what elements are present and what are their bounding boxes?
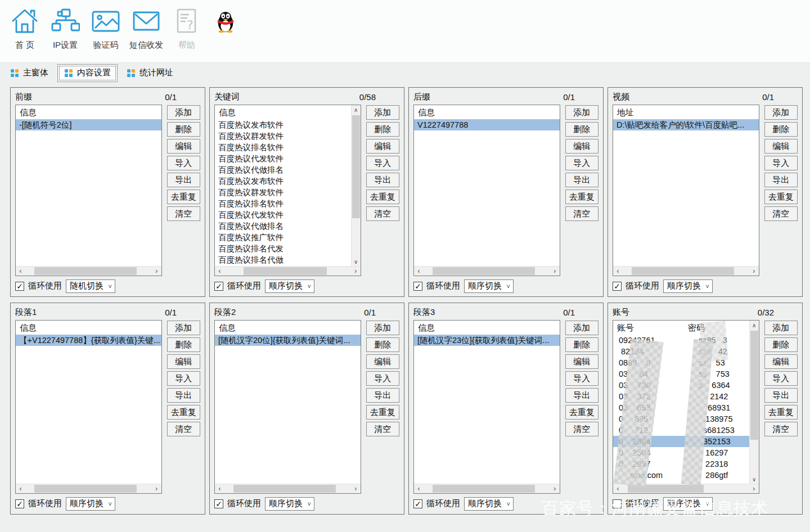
tab-stats-urls[interactable]: 统计网址 bbox=[120, 64, 180, 82]
import-button[interactable]: 导入 bbox=[764, 156, 798, 170]
edit-button[interactable]: 编辑 bbox=[167, 354, 200, 369]
list-item[interactable]: 百度热议发布软件 bbox=[215, 119, 351, 130]
dedupe-button[interactable]: 去重复 bbox=[366, 405, 399, 420]
scroll-right-icon[interactable]: › bbox=[749, 484, 759, 493]
clear-button[interactable]: 清空 bbox=[565, 422, 598, 436]
scroll-thumb[interactable] bbox=[433, 267, 535, 275]
import-button[interactable]: 导入 bbox=[565, 156, 598, 170]
list-item[interactable]: 百度热议群发软件 bbox=[215, 130, 351, 142]
scroll-right-icon[interactable]: › bbox=[351, 484, 361, 493]
add-button[interactable]: 添加 bbox=[764, 105, 798, 120]
scroll-right-icon[interactable]: › bbox=[152, 267, 161, 276]
switch-mode-dropdown[interactable]: 顺序切换˅ bbox=[265, 279, 314, 293]
loop-checkbox[interactable]: ✓ bbox=[15, 282, 24, 291]
list-item[interactable]: 百度热议推广软件 bbox=[215, 232, 351, 243]
export-button[interactable]: 导出 bbox=[565, 388, 598, 403]
export-button[interactable]: 导出 bbox=[366, 388, 399, 403]
scroll-thumb[interactable] bbox=[34, 485, 137, 493]
export-button[interactable]: 导出 bbox=[565, 173, 598, 187]
prefix-list[interactable]: 信息 -[随机符号2位] ‹› bbox=[15, 105, 162, 276]
export-button[interactable]: 导出 bbox=[366, 173, 399, 187]
scroll-left-icon[interactable]: ‹ bbox=[613, 484, 623, 493]
toolbar-item-home[interactable]: 首 页 bbox=[4, 6, 45, 51]
loop-checkbox[interactable]: ✓ bbox=[15, 499, 24, 508]
toolbar-item-help[interactable]: ? 帮助 bbox=[166, 6, 207, 51]
scroll-thumb[interactable] bbox=[632, 267, 734, 275]
clear-button[interactable]: 清空 bbox=[167, 206, 200, 221]
accounts-list[interactable]: 账号 密码 09242761sz85 3 82134sz9 42 0889 0s… bbox=[613, 320, 759, 494]
import-button[interactable]: 导入 bbox=[167, 156, 200, 170]
list-item[interactable]: 百度热议排名软件 bbox=[215, 198, 351, 209]
list-item[interactable]: 百度热议排名代发 bbox=[215, 243, 351, 254]
scroll-right-icon[interactable]: › bbox=[550, 267, 560, 276]
scroll-left-icon[interactable]: ‹ bbox=[414, 267, 424, 276]
paragraph1-list[interactable]: 信息 【+V1227497788】{获取列表值}关键... ‹› bbox=[15, 320, 162, 494]
dedupe-button[interactable]: 去重复 bbox=[565, 190, 598, 204]
dedupe-button[interactable]: 去重复 bbox=[167, 190, 200, 204]
scroll-down-icon[interactable]: ∨ bbox=[352, 257, 361, 266]
scroll-down-icon[interactable]: ∨ bbox=[750, 475, 759, 484]
edit-button[interactable]: 编辑 bbox=[366, 139, 399, 154]
add-button[interactable]: 添加 bbox=[565, 321, 598, 335]
scroll-thumb[interactable] bbox=[233, 485, 336, 493]
scroll-thumb[interactable] bbox=[433, 485, 535, 493]
toolbar-item-sms[interactable]: 短信收发 bbox=[126, 6, 166, 51]
scroll-thumb[interactable] bbox=[750, 331, 758, 440]
dedupe-button[interactable]: 去重复 bbox=[764, 405, 798, 420]
loop-checkbox[interactable]: ✓ bbox=[214, 282, 223, 291]
list-item[interactable]: 【+V1227497788】{获取列表值}关键... bbox=[16, 335, 161, 346]
delete-button[interactable]: 删除 bbox=[366, 337, 399, 352]
clear-button[interactable]: 清空 bbox=[764, 422, 798, 436]
export-button[interactable]: 导出 bbox=[764, 388, 798, 403]
list-item[interactable]: [随机汉字23位]{获取列表值}关键词... bbox=[414, 335, 560, 346]
scroll-up-icon[interactable]: ∧ bbox=[750, 321, 759, 330]
add-button[interactable]: 添加 bbox=[366, 105, 399, 120]
delete-button[interactable]: 删除 bbox=[167, 122, 200, 137]
suffix-list[interactable]: 信息 V1227497788 ‹› bbox=[413, 105, 560, 276]
scroll-left-icon[interactable]: ‹ bbox=[414, 484, 424, 493]
delete-button[interactable]: 删除 bbox=[565, 122, 598, 137]
edit-button[interactable]: 编辑 bbox=[764, 139, 798, 154]
import-button[interactable]: 导入 bbox=[167, 371, 200, 386]
switch-mode-dropdown[interactable]: 顺序切换˅ bbox=[464, 497, 514, 511]
import-button[interactable]: 导入 bbox=[565, 371, 598, 386]
list-item[interactable]: [随机汉字20位]{获取列表值}关键词... bbox=[215, 335, 361, 346]
add-button[interactable]: 添加 bbox=[565, 105, 598, 120]
list-item[interactable]: 百度热议代发软件 bbox=[215, 153, 351, 164]
horizontal-scrollbar[interactable]: ‹› bbox=[613, 266, 759, 276]
delete-button[interactable]: 删除 bbox=[565, 337, 598, 352]
add-button[interactable]: 添加 bbox=[167, 321, 200, 335]
switch-mode-dropdown[interactable]: 顺序切换˅ bbox=[265, 497, 314, 511]
horizontal-scrollbar[interactable]: ‹› bbox=[414, 266, 560, 276]
add-button[interactable]: 添加 bbox=[366, 321, 399, 335]
list-item[interactable]: D:\贴吧发给客户的\软件\百度贴吧... bbox=[613, 119, 759, 130]
clear-button[interactable]: 清空 bbox=[565, 206, 598, 221]
import-button[interactable]: 导入 bbox=[366, 371, 399, 386]
scroll-left-icon[interactable]: ‹ bbox=[16, 484, 25, 493]
loop-checkbox[interactable]: ✓ bbox=[214, 499, 223, 508]
scroll-left-icon[interactable]: ‹ bbox=[215, 484, 224, 493]
list-item[interactable]: -[随机符号2位] bbox=[16, 119, 161, 130]
dedupe-button[interactable]: 去重复 bbox=[366, 190, 399, 204]
qq-contact[interactable] bbox=[215, 10, 236, 35]
vertical-scrollbar[interactable]: ∧∨ bbox=[749, 321, 759, 484]
list-item[interactable]: 百度热议群发软件 bbox=[215, 187, 351, 198]
list-item[interactable]: 百度热议发布软件 bbox=[215, 175, 351, 187]
keywords-list[interactable]: 信息 百度热议发布软件百度热议群发软件百度热议排名软件百度热议代发软件百度热议代… bbox=[214, 105, 361, 276]
export-button[interactable]: 导出 bbox=[167, 388, 200, 403]
toolbar-item-captcha[interactable]: 验证码 bbox=[86, 6, 126, 51]
horizontal-scrollbar[interactable]: ‹› bbox=[16, 484, 161, 493]
scroll-thumb[interactable] bbox=[352, 115, 360, 218]
edit-button[interactable]: 编辑 bbox=[565, 354, 598, 369]
add-button[interactable]: 添加 bbox=[167, 105, 200, 120]
loop-checkbox[interactable] bbox=[613, 499, 622, 508]
switch-mode-dropdown[interactable]: 顺序切换˅ bbox=[663, 497, 713, 511]
list-item[interactable]: 百度热议代做排名 bbox=[215, 164, 351, 175]
delete-button[interactable]: 删除 bbox=[764, 122, 798, 137]
loop-checkbox[interactable]: ✓ bbox=[613, 282, 622, 291]
tab-content-settings[interactable]: 内容设置 bbox=[57, 64, 118, 82]
import-button[interactable]: 导入 bbox=[764, 371, 798, 386]
scroll-up-icon[interactable]: ∧ bbox=[352, 105, 361, 114]
scroll-left-icon[interactable]: ‹ bbox=[215, 267, 224, 276]
switch-mode-dropdown[interactable]: 顺序切换˅ bbox=[66, 497, 115, 511]
